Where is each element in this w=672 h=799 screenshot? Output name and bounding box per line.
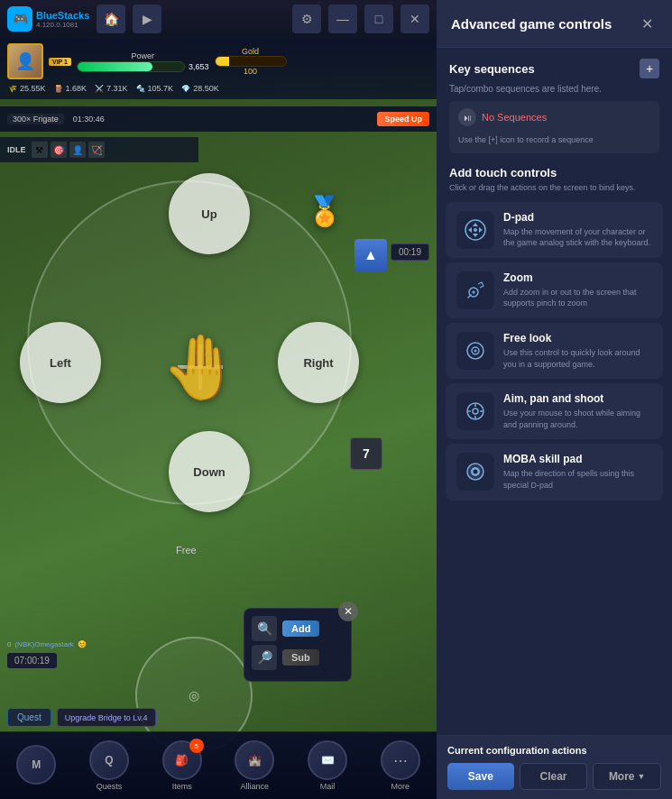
- resource-crystal: 🔩 105.7K: [135, 83, 174, 94]
- nav-item-items[interactable]: 🎒 5 Items: [145, 740, 218, 791]
- player-avatar[interactable]: 👤: [7, 43, 43, 79]
- nav-item-alliance[interactable]: 🏰 Alliance: [218, 740, 291, 791]
- player-button[interactable]: ▶: [133, 5, 161, 33]
- zoom-add-button[interactable]: Add: [282, 620, 319, 637]
- close-button[interactable]: ✕: [400, 5, 429, 33]
- home-button[interactable]: 🏠: [97, 5, 125, 33]
- key-sequences-subtitle: Tap/combo sequences are listed here.: [437, 84, 672, 101]
- control-aim[interactable]: Aim, pan and shoot Use your mouse to sho…: [446, 383, 663, 439]
- freelook-icon: ◎: [189, 688, 199, 703]
- config-action-buttons: Save Clear More ▼: [447, 763, 661, 790]
- gold-bar: [215, 56, 287, 67]
- zoom-out-icon: 🔎: [252, 645, 277, 670]
- minimize-button[interactable]: —: [328, 5, 357, 33]
- hud-resource-row: 🌾 25.55K 🪵 1.68K ⚔️ 7.31K 🔩 105.7K 💎 28.…: [7, 83, 429, 94]
- panel-title: Advanced game controls: [451, 16, 612, 32]
- resource-iron: ⚔️ 7.31K: [94, 83, 128, 94]
- svg-point-11: [473, 409, 478, 414]
- zoom-in-icon: 🔍: [252, 616, 277, 641]
- food-icon: 🌾: [7, 83, 18, 94]
- mission-unit: 300× Frigate: [7, 114, 64, 124]
- logo-text: BlueStacks 4.120.0.1081: [36, 10, 89, 29]
- iron-value: 7.31K: [106, 84, 128, 93]
- power-fill: [78, 62, 152, 71]
- gold-section: Gold 100: [215, 47, 287, 76]
- control-zoom[interactable]: Zoom Add zoom in or out to the screen th…: [446, 262, 663, 318]
- control-freelook[interactable]: Free look Use this control to quickly lo…: [446, 323, 663, 379]
- nav-item-m[interactable]: M: [0, 745, 73, 786]
- aim-name: Aim, pan and shoot: [503, 392, 652, 405]
- free-label: Free: [176, 545, 197, 556]
- svg-marker-4: [479, 227, 483, 233]
- touch-controls-desc: Click or drag the actions on the screen …: [449, 182, 659, 194]
- svg-point-5: [474, 228, 477, 232]
- crystal-icon: 🔩: [135, 83, 146, 94]
- key-sequences-title: Key sequences: [449, 62, 535, 76]
- avatar-img: 👤: [9, 45, 41, 78]
- quest-button[interactable]: Quest: [7, 708, 51, 727]
- settings-button[interactable]: ⚙: [292, 5, 321, 33]
- zoom-popup-close[interactable]: ✕: [338, 602, 358, 621]
- zoom-control-name: Zoom: [503, 271, 652, 284]
- dpad-center: 🤚: [119, 286, 281, 448]
- game-hud: 👤 VIP 1 Power 3,653 Gold 100: [0, 38, 437, 99]
- nav-item-quests[interactable]: Q Quests: [73, 740, 146, 791]
- panel-scroll-area[interactable]: Key sequences + Tap/combo sequences are …: [437, 48, 672, 799]
- gold-fill: [216, 57, 230, 66]
- zoom-sub-button[interactable]: Sub: [282, 649, 319, 666]
- hand-cursor-icon: 🤚: [161, 330, 240, 404]
- iron-icon: ⚔️: [94, 83, 105, 94]
- config-footer: Current configuration actions Save Clear…: [437, 735, 672, 799]
- upgrade-button[interactable]: Upgrade Bridge to Lv.4: [57, 708, 156, 727]
- gems-icon: 💎: [180, 83, 191, 94]
- power-label: Power: [77, 51, 209, 60]
- vip-badge: VIP 1: [49, 58, 71, 66]
- zoom-add-row: 🔍 Add: [252, 616, 344, 641]
- clear-button[interactable]: Clear: [520, 763, 588, 790]
- nav-icon-alliance: 🏰: [235, 740, 274, 780]
- aim-control-icon: [456, 392, 494, 430]
- gold-label: Gold: [242, 47, 259, 56]
- more-button[interactable]: More ▼: [593, 763, 661, 790]
- svg-marker-3: [468, 227, 472, 233]
- maximize-button[interactable]: □: [364, 5, 393, 33]
- touch-controls-title: Add touch controls: [449, 166, 659, 179]
- zoom-info: Zoom Add zoom in or out to the screen th…: [503, 271, 652, 309]
- control-dpad[interactable]: D-pad Map the movement of your character…: [446, 202, 663, 258]
- moba-control-icon: [456, 453, 494, 491]
- save-button[interactable]: Save: [447, 763, 514, 790]
- no-seq-header: ⏯ No Sequences: [458, 108, 650, 126]
- nav-icon-quests: Q: [89, 740, 129, 780]
- dpad-control-icon: [456, 211, 494, 249]
- nav-label-quests: Quests: [97, 782, 123, 791]
- config-title: Current configuration actions: [447, 745, 661, 756]
- freelook-info: Free look Use this control to quickly lo…: [503, 332, 652, 370]
- wood-icon: 🪵: [53, 83, 64, 94]
- no-sequences-label: No Sequences: [482, 112, 547, 123]
- nav-icon-mail: ✉️: [308, 740, 347, 780]
- nav-label-more: More: [391, 782, 410, 791]
- nav-item-mail[interactable]: ✉️ Mail: [291, 740, 364, 791]
- control-moba[interactable]: MOBA skill pad Map the direction of spel…: [446, 444, 663, 500]
- gold-value: 100: [244, 67, 257, 76]
- add-sequence-button[interactable]: +: [640, 59, 659, 78]
- bottom-timer: 07:00:19: [7, 653, 57, 668]
- nav-icon-items: 🎒 5: [162, 740, 202, 780]
- game-area: 🎮 BlueStacks 4.120.0.1081 🏠 ▶ ⚙ — □ ✕ 👤 …: [0, 0, 437, 799]
- chevron-down-icon: ▼: [638, 772, 646, 781]
- panel-close-button[interactable]: ✕: [636, 13, 658, 34]
- sequence-icon: ⏯: [458, 108, 476, 126]
- nav-item-more[interactable]: ⋯ More: [364, 740, 437, 791]
- food-value: 25.55K: [20, 84, 46, 93]
- dpad-right-button[interactable]: Right: [278, 322, 359, 403]
- power-section: Power 3,653: [77, 51, 209, 72]
- resource-food: 🌾 25.55K: [7, 83, 46, 94]
- dpad-overlay: Up Down Left Right 🤚: [9, 153, 424, 640]
- items-badge: 5: [189, 739, 204, 753]
- speed-up-button[interactable]: Speed Up: [377, 112, 429, 126]
- freelook-desc: Use this control to quickly look around …: [503, 347, 652, 370]
- nav-icon-m: M: [16, 745, 56, 785]
- dpad-up-button[interactable]: Up: [169, 173, 250, 254]
- moba-name: MOBA skill pad: [503, 453, 652, 465]
- dpad-left-button[interactable]: Left: [20, 322, 101, 403]
